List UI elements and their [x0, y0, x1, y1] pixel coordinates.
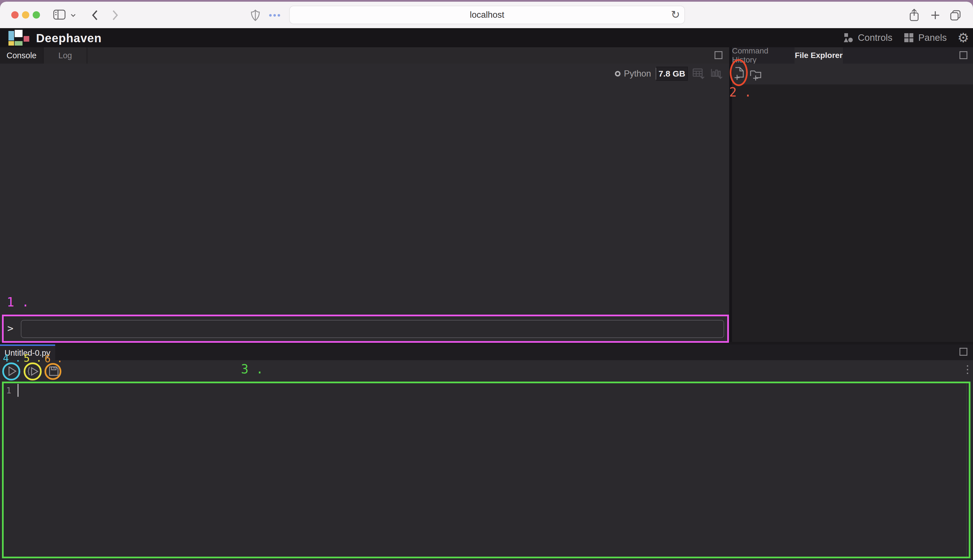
- controls-icon[interactable]: [843, 33, 853, 43]
- code-editor[interactable]: [0, 382, 973, 560]
- app-header: [0, 28, 973, 47]
- right-panel-maximize-icon[interactable]: [960, 51, 967, 59]
- panels-button[interactable]: Panels: [918, 32, 947, 43]
- close-window-button[interactable]: [11, 11, 18, 18]
- controls-button[interactable]: Controls: [858, 32, 893, 43]
- editor-scrollbar[interactable]: [966, 383, 967, 559]
- file-explorer-body[interactable]: [732, 84, 973, 342]
- desktop: { "browser": { "url": "localhost", "relo…: [0, 0, 973, 560]
- forward-button[interactable]: [112, 9, 119, 22]
- share-icon[interactable]: [908, 8, 920, 22]
- editor-caret: [17, 384, 18, 397]
- editor-line-number: 1: [6, 385, 11, 395]
- editor-tab-strip: [0, 345, 973, 360]
- console-tab-strip: [0, 47, 729, 63]
- panel-divider-horizontal[interactable]: [0, 342, 973, 345]
- session-language: Python: [624, 69, 651, 79]
- browser-window: localhost ↻: [0, 2, 973, 560]
- new-tab-plus-icon[interactable]: [930, 10, 941, 21]
- editor-panel-maximize-icon[interactable]: [960, 348, 967, 356]
- console-output-area[interactable]: [0, 63, 729, 316]
- tab-overview-icon[interactable]: [950, 9, 962, 22]
- chart-dropdown-icon[interactable]: [710, 68, 724, 80]
- run-icon[interactable]: [6, 365, 17, 377]
- editor-toolbar: [0, 360, 973, 382]
- page-menu-ellipsis-icon[interactable]: [269, 14, 280, 17]
- console-prompt: >: [7, 322, 13, 334]
- panels-icon[interactable]: [904, 33, 914, 43]
- zoom-window-button[interactable]: [33, 11, 40, 18]
- address-url: localhost: [470, 10, 504, 20]
- address-bar[interactable]: localhost ↻: [289, 6, 685, 24]
- panel-divider[interactable]: [729, 47, 732, 342]
- console-panel-maximize-icon[interactable]: [714, 51, 723, 59]
- session-status-icon: [615, 71, 621, 77]
- console-input-field[interactable]: [21, 320, 724, 338]
- file-explorer-toolbar: [732, 63, 973, 84]
- memory-usage-badge[interactable]: 7.8 GB: [656, 67, 688, 81]
- table-dropdown-icon[interactable]: [692, 68, 706, 80]
- console-status-row: Python 7.8 GB: [615, 67, 731, 81]
- save-icon[interactable]: [48, 366, 59, 377]
- tab-untitled-file[interactable]: Untitled-0.py: [0, 345, 55, 360]
- new-folder-icon[interactable]: [749, 69, 763, 82]
- back-button[interactable]: [91, 9, 98, 22]
- sidebar-toggle-icon[interactable]: [53, 9, 66, 20]
- app-title: Deephaven: [36, 31, 102, 46]
- shield-icon[interactable]: [250, 10, 260, 22]
- gear-icon[interactable]: ⚙: [958, 31, 969, 44]
- browser-toolbar: localhost ↻: [0, 2, 973, 28]
- new-file-icon[interactable]: [733, 67, 746, 81]
- run-selected-icon[interactable]: [28, 365, 39, 377]
- reload-icon[interactable]: ↻: [671, 8, 680, 21]
- tab-log[interactable]: Log: [43, 47, 87, 63]
- tab-console[interactable]: Console: [0, 47, 43, 63]
- editor-tab-label: Untitled-0.py: [5, 348, 50, 358]
- tab-command-history[interactable]: Command History: [732, 47, 794, 63]
- chevron-down-icon[interactable]: [70, 13, 76, 17]
- tab-file-explorer[interactable]: File Explorer: [794, 47, 843, 63]
- editor-overflow-menu-icon[interactable]: [967, 365, 968, 374]
- minimize-window-button[interactable]: [22, 11, 29, 18]
- header-actions: Controls Panels ⚙: [843, 28, 969, 47]
